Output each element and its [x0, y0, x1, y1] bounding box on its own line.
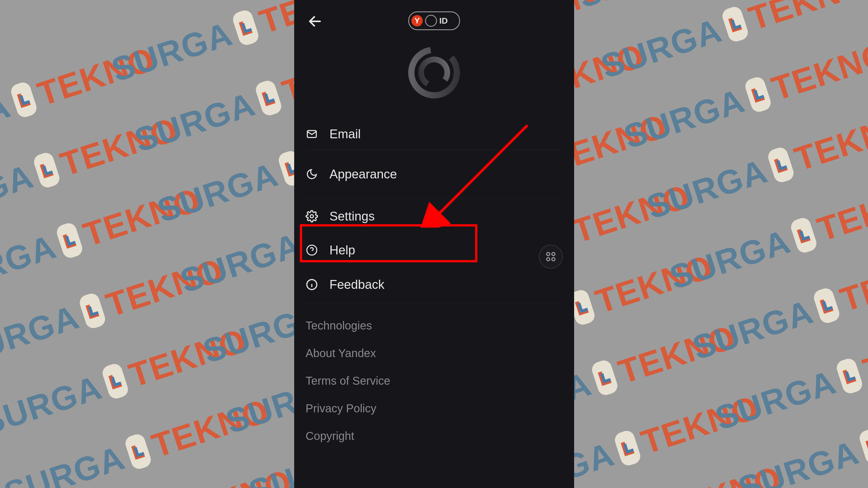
- footer-link-terms[interactable]: Terms of Service: [306, 367, 563, 395]
- menu-item-help[interactable]: Help: [306, 234, 563, 266]
- svg-point-251: [552, 252, 555, 255]
- footer-link-copyright[interactable]: Copyright: [306, 422, 563, 450]
- menu-label: Feedback: [330, 277, 384, 292]
- info-icon: [306, 278, 318, 291]
- back-arrow-icon[interactable]: [307, 14, 322, 30]
- footer-link-technologies[interactable]: Technologies: [306, 312, 563, 339]
- id-badge-circle-icon: [425, 15, 437, 27]
- svg-point-250: [547, 252, 550, 255]
- footer-link-about[interactable]: About Yandex: [306, 339, 563, 367]
- settings-menu: Email Appearance Settings Help Feedback: [294, 118, 574, 303]
- svg-point-242: [416, 55, 452, 90]
- svg-point-244: [310, 215, 313, 218]
- menu-item-settings[interactable]: Settings: [306, 198, 563, 234]
- menu-label: Settings: [330, 209, 375, 223]
- moon-icon: [306, 168, 318, 180]
- topbar: Y ID: [294, 0, 574, 37]
- email-icon: [306, 128, 318, 140]
- svg-point-241: [406, 44, 463, 101]
- apps-grid-button[interactable]: [539, 245, 563, 269]
- yandex-y-icon: Y: [411, 15, 423, 27]
- menu-item-feedback[interactable]: Feedback: [306, 266, 563, 303]
- svg-point-253: [552, 258, 555, 261]
- svg-point-252: [547, 258, 550, 261]
- footer-links: Technologies About Yandex Terms of Servi…: [294, 303, 574, 450]
- menu-label: Appearance: [330, 167, 397, 181]
- footer-link-privacy[interactable]: Privacy Policy: [306, 395, 563, 422]
- gear-icon: [306, 210, 318, 222]
- menu-label: Email: [330, 127, 361, 141]
- yandex-id-badge[interactable]: Y ID: [408, 11, 460, 30]
- menu-item-appearance[interactable]: Appearance: [306, 150, 563, 198]
- help-icon: [306, 244, 318, 256]
- profile-avatar[interactable]: [406, 44, 463, 101]
- id-badge-text: ID: [439, 16, 448, 26]
- phone-panel: Y ID Email Appearance: [294, 0, 574, 488]
- menu-label: Help: [330, 243, 355, 257]
- menu-item-email[interactable]: Email: [306, 118, 563, 150]
